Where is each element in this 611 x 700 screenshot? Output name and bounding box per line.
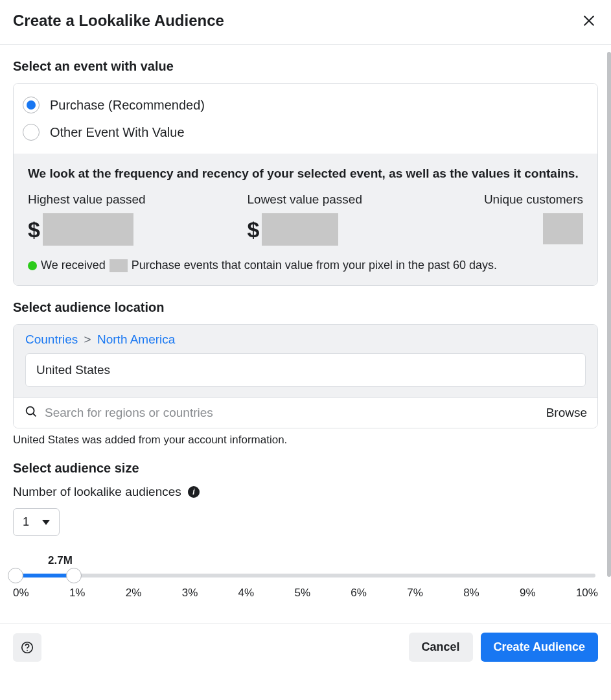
redacted-lowest-value: [262, 213, 338, 246]
slider-tick: 6%: [351, 587, 367, 600]
dialog-footer: Cancel Create Audience: [0, 623, 611, 671]
event-option-label: Other Event With Value: [50, 125, 185, 140]
caret-down-icon: [42, 520, 50, 525]
size-section-title: Select audience size: [13, 461, 598, 476]
slider-handle-min[interactable]: [8, 568, 23, 583]
dialog-header: Create a Lookalike Audience: [0, 0, 611, 45]
close-button[interactable]: [580, 12, 598, 30]
stats-row: Highest value passed $ Lowest value pass…: [28, 192, 583, 247]
stat-lowest-label: Lowest value passed: [248, 192, 454, 207]
stat-highest-label: Highest value passed: [28, 192, 235, 207]
location-hint: United States was added from your accoun…: [13, 434, 598, 447]
slider-tick: 3%: [182, 587, 198, 600]
slider-tick: 1%: [69, 587, 86, 600]
status-dot-icon: [28, 261, 37, 270]
breadcrumb-region[interactable]: North America: [97, 332, 175, 346]
info-icon[interactable]: i: [188, 486, 200, 498]
redacted-unique-value: [543, 213, 583, 244]
redacted-event-count: [110, 259, 128, 272]
location-search-input[interactable]: [45, 406, 540, 420]
close-icon: [582, 14, 596, 28]
event-stats-box: We look at the frequency and recency of …: [14, 154, 597, 285]
location-section-title: Select audience location: [13, 300, 598, 315]
create-audience-button[interactable]: Create Audience: [481, 633, 598, 662]
slider-tick: 7%: [407, 587, 423, 600]
stat-unique: Unique customers: [467, 192, 583, 247]
slider-tick: 2%: [126, 587, 142, 600]
size-estimate-label: 2.7M: [13, 554, 598, 567]
slider-tick: 0%: [13, 587, 29, 600]
event-option-label: Purchase (Recommended): [50, 98, 205, 113]
events-line-pre: We received: [41, 259, 106, 272]
slider-fill: [16, 574, 74, 578]
events-received-line: We received Purchase events that contain…: [28, 259, 583, 272]
location-header: Countries > North America United States: [14, 325, 597, 397]
slider-handle-max[interactable]: [66, 568, 82, 583]
help-button[interactable]: [13, 633, 41, 662]
location-selected-value: United States: [36, 363, 110, 377]
search-icon: [24, 404, 38, 421]
location-card: Countries > North America United States …: [13, 324, 598, 428]
currency-symbol: $: [28, 217, 40, 242]
location-selected-chip[interactable]: United States: [25, 353, 586, 387]
event-radio-group: Purchase (Recommended) Other Event With …: [14, 84, 597, 154]
event-section-title: Select an event with value: [13, 59, 598, 74]
num-audiences-select[interactable]: 1: [13, 508, 60, 536]
event-option-other[interactable]: Other Event With Value: [23, 119, 588, 146]
browse-button[interactable]: Browse: [546, 406, 587, 420]
svg-point-5: [27, 649, 28, 651]
stat-unique-label: Unique customers: [467, 192, 583, 207]
help-icon: [20, 640, 34, 655]
stat-lowest: Lowest value passed $: [248, 192, 454, 247]
slider-tick: 10%: [576, 587, 598, 600]
redacted-highest-value: [43, 213, 133, 246]
slider-tick: 5%: [294, 587, 310, 600]
radio-icon-unselected: [23, 124, 40, 141]
event-card: Purchase (Recommended) Other Event With …: [13, 83, 598, 286]
dialog-title: Create a Lookalike Audience: [13, 12, 224, 30]
cancel-button[interactable]: Cancel: [409, 633, 473, 662]
svg-line-3: [33, 414, 36, 416]
num-audiences-value: 1: [23, 515, 29, 529]
slider-track[interactable]: [16, 574, 595, 578]
svg-point-2: [27, 407, 34, 415]
breadcrumb-countries[interactable]: Countries: [25, 332, 78, 346]
audience-size-slider: 2.7M 0% 1% 2% 3% 4% 5% 6% 7% 8% 9% 10%: [13, 554, 598, 600]
breadcrumb-separator: >: [84, 332, 91, 346]
slider-tick: 9%: [520, 587, 536, 600]
slider-tick: 4%: [238, 587, 255, 600]
events-line-post: Purchase events that contain value from …: [132, 259, 497, 272]
scrollbar-thumb[interactable]: [607, 52, 611, 577]
slider-tick: 8%: [463, 587, 479, 600]
stats-description: We look at the frequency and recency of …: [28, 167, 583, 181]
stat-highest: Highest value passed $: [28, 192, 235, 247]
num-audiences-label: Number of lookalike audiences: [13, 485, 181, 499]
location-breadcrumb: Countries > North America: [25, 332, 586, 347]
slider-tick-row: 0% 1% 2% 3% 4% 5% 6% 7% 8% 9% 10%: [13, 587, 598, 600]
event-option-purchase[interactable]: Purchase (Recommended): [23, 91, 588, 119]
num-audiences-row: Number of lookalike audiences i: [13, 485, 598, 499]
currency-symbol: $: [248, 217, 260, 242]
radio-icon-selected: [23, 97, 40, 113]
location-search-row: Browse: [14, 397, 597, 428]
